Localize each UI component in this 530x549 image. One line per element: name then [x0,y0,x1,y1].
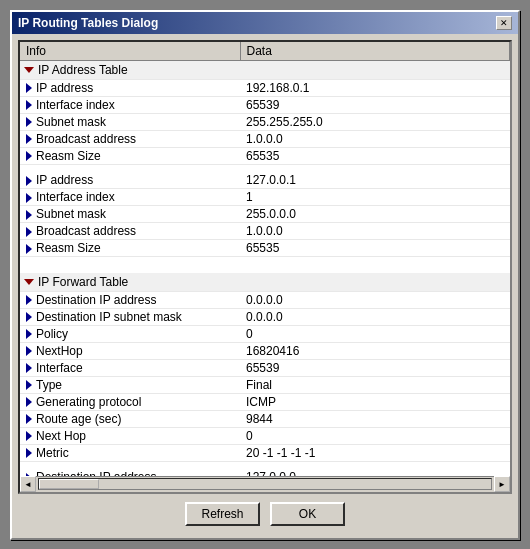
row-info-text: Policy [36,327,68,341]
table-row: TypeFinal [20,376,510,393]
section-label: IP Address Table [38,63,128,77]
row-info-text: Reasm Size [36,241,101,255]
row-expand-icon[interactable] [26,295,32,305]
row-value: 0.0.0.0 [240,308,510,325]
row-label: Broadcast address [20,130,240,147]
row-expand-icon[interactable] [26,414,32,424]
table-scroll[interactable]: Info Data IP Address TableIP address192.… [20,42,510,476]
table-row: Reasm Size65535 [20,240,510,257]
row-expand-icon[interactable] [26,176,32,186]
row-info-text: Interface index [36,98,115,112]
section-header-cell: IP Forward Table [20,273,510,292]
row-label: Policy [20,325,240,342]
row-value: 65535 [240,240,510,257]
horizontal-scrollbar[interactable]: ◄ ► [20,476,510,492]
row-info-text: IP address [36,173,93,187]
row-info-text: NextHop [36,344,83,358]
row-info-text: IP address [36,81,93,95]
row-label: Next Hop [20,427,240,444]
row-expand-icon[interactable] [26,151,32,161]
row-label: Route age (sec) [20,410,240,427]
row-label: Generating protocol [20,393,240,410]
ok-button[interactable]: OK [270,502,345,526]
section-toggle-icon[interactable] [24,279,34,285]
table-row: Next Hop0 [20,427,510,444]
row-expand-icon[interactable] [26,117,32,127]
row-expand-icon[interactable] [26,227,32,237]
row-expand-icon[interactable] [26,431,32,441]
title-bar-controls: ✕ [496,16,512,30]
row-info-text: Broadcast address [36,224,136,238]
row-value: 1 [240,189,510,206]
col-data: Data [240,42,510,61]
row-info-text: Subnet mask [36,115,106,129]
dialog-buttons: Refresh OK [18,494,512,532]
row-value: 1.0.0.0 [240,130,510,147]
row-expand-icon[interactable] [26,312,32,322]
row-label: Destination IP subnet mask [20,308,240,325]
row-label: IP address [20,79,240,96]
row-label: Subnet mask [20,113,240,130]
col-info: Info [20,42,240,61]
table-row: Metric20 -1 -1 -1 -1 [20,444,510,461]
row-label: Metric [20,444,240,461]
row-label: Reasm Size [20,147,240,164]
row-expand-icon[interactable] [26,83,32,93]
row-info-text: Next Hop [36,429,86,443]
section-header-cell: IP Address Table [20,60,510,79]
row-expand-icon[interactable] [26,100,32,110]
row-expand-icon[interactable] [26,448,32,458]
row-value: 127.0.0.1 [240,172,510,189]
row-expand-icon[interactable] [26,380,32,390]
row-expand-icon[interactable] [26,346,32,356]
close-button[interactable]: ✕ [496,16,512,30]
row-info-text: Interface [36,361,83,375]
table-row: Reasm Size65535 [20,147,510,164]
row-label: Interface index [20,189,240,206]
row-label: Interface index [20,96,240,113]
table-container: Info Data IP Address TableIP address192.… [18,40,512,494]
routing-table: Info Data IP Address TableIP address192.… [20,42,510,476]
refresh-button[interactable]: Refresh [185,502,260,526]
row-expand-icon[interactable] [26,397,32,407]
row-value: 65539 [240,96,510,113]
row-info-text: Subnet mask [36,207,106,221]
table-row: Generating protocolICMP [20,393,510,410]
row-label: Reasm Size [20,240,240,257]
dialog-content: Info Data IP Address TableIP address192.… [12,34,518,538]
row-expand-icon[interactable] [26,134,32,144]
row-info-text: Destination IP subnet mask [36,310,182,324]
scroll-left-arrow[interactable]: ◄ [20,476,36,492]
table-row: Route age (sec)9844 [20,410,510,427]
row-label: NextHop [20,342,240,359]
scroll-thumb-h[interactable] [39,479,99,489]
row-expand-icon[interactable] [26,244,32,254]
table-row [20,257,510,265]
row-value: 0 [240,325,510,342]
row-value: Final [240,376,510,393]
table-row: Destination IP subnet mask0.0.0.0 [20,308,510,325]
row-label: Broadcast address [20,223,240,240]
table-row: IP Address Table [20,60,510,79]
row-value: 0 [240,427,510,444]
row-info-text: Destination IP address [36,293,157,307]
row-value: 65539 [240,359,510,376]
row-value: 255.0.0.0 [240,206,510,223]
scroll-track-h [38,478,492,490]
table-row: IP address192.168.0.1 [20,79,510,96]
row-expand-icon[interactable] [26,193,32,203]
row-info-text: Route age (sec) [36,412,121,426]
row-value: 9844 [240,410,510,427]
row-expand-icon[interactable] [26,363,32,373]
table-row: Interface65539 [20,359,510,376]
row-value: 65535 [240,147,510,164]
table-row [20,461,510,469]
section-toggle-icon[interactable] [24,67,34,73]
row-expand-icon[interactable] [26,329,32,339]
scroll-right-arrow[interactable]: ► [494,476,510,492]
row-expand-icon[interactable] [26,210,32,220]
table-row: NextHop16820416 [20,342,510,359]
row-info-text: Reasm Size [36,149,101,163]
row-label: Interface [20,359,240,376]
row-value: 20 -1 -1 -1 -1 [240,444,510,461]
